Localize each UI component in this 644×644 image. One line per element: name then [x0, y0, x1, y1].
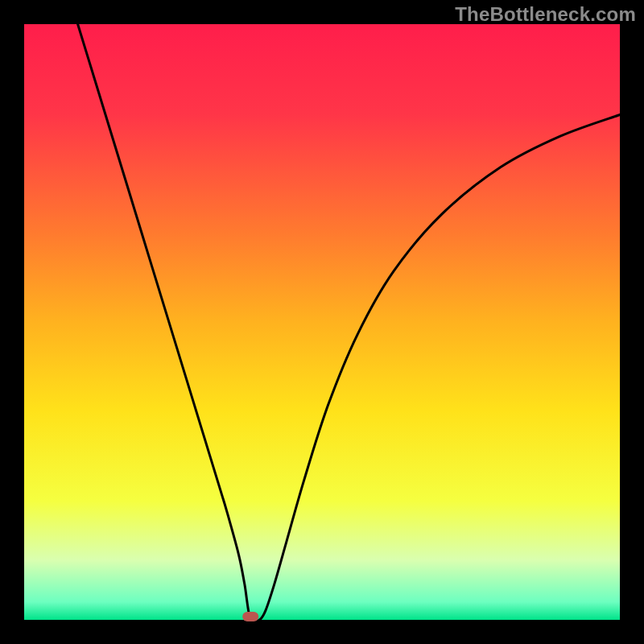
watermark-text: TheBottleneck.com	[455, 3, 636, 26]
minimum-marker	[242, 612, 258, 621]
chart-frame: { "watermark": "TheBottleneck.com", "cha…	[0, 0, 644, 644]
plot-background	[24, 24, 620, 620]
bottleneck-plot	[0, 0, 644, 644]
